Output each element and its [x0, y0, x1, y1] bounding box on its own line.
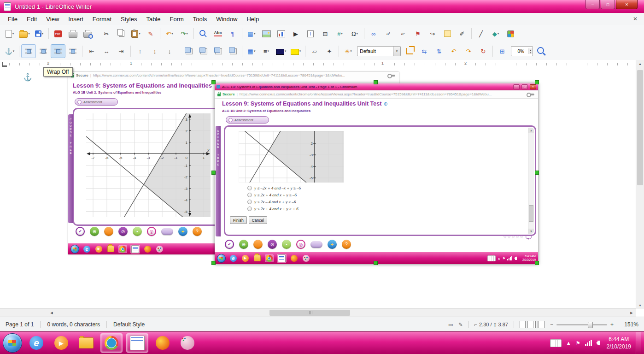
- position-size-button[interactable]: ⊞: [495, 44, 509, 58]
- page-count[interactable]: Page 1 of 1: [6, 321, 34, 328]
- taskbar-media-player[interactable]: ▶: [51, 334, 72, 352]
- new-document-button[interactable]: ▾: [2, 27, 17, 41]
- export-pdf-button[interactable]: PDF: [51, 27, 65, 41]
- align-left-button[interactable]: ⇤: [84, 44, 99, 58]
- zoom-percent[interactable]: 151%: [619, 321, 638, 328]
- taskbar-media-player[interactable]: ▶: [241, 254, 250, 262]
- no-access-icon[interactable]: ⊘: [268, 240, 277, 249]
- selection-handle-top-middle[interactable]: [374, 80, 378, 84]
- course-tree-sidebar[interactable]: COURSE TREE: [68, 114, 73, 223]
- taskbar-firefox[interactable]: [152, 334, 173, 352]
- horizontal-ruler[interactable]: 2 1 1 2: [0, 60, 636, 69]
- star-icon[interactable]: ☆: [507, 235, 511, 239]
- anchor-button[interactable]: ⚓▾: [2, 44, 17, 58]
- special-character-button[interactable]: Ω▾: [347, 27, 362, 41]
- crop-button[interactable]: [402, 44, 417, 58]
- tray-up-icon[interactable]: ▲: [566, 341, 571, 346]
- wrap-on-button[interactable]: [36, 44, 51, 58]
- mini-clock[interactable]: 6:43 AM 2/10/2019: [522, 254, 536, 262]
- highlight-color-button[interactable]: ▾: [288, 44, 303, 58]
- transparency-input[interactable]: [511, 49, 525, 54]
- menu-edit[interactable]: Edit: [23, 14, 41, 24]
- open-button[interactable]: ▾: [17, 27, 32, 41]
- taskbar-paint[interactable]: [302, 254, 310, 262]
- speaker-icon[interactable]: [515, 257, 517, 260]
- scroll-down-icon[interactable]: ▼: [636, 301, 644, 309]
- basic-shapes-button[interactable]: ◆▾: [488, 27, 503, 41]
- minimize-button[interactable]: –: [585, 0, 600, 9]
- insert-footnote-button[interactable]: a¹: [381, 27, 396, 41]
- scroll-left-icon[interactable]: ◀: [48, 309, 55, 317]
- draw-functions-button[interactable]: [503, 27, 518, 41]
- ebook-icon[interactable]: ⊕: [239, 240, 248, 249]
- save-button[interactable]: ▾: [32, 27, 47, 41]
- scroll-up-icon[interactable]: ▲: [528, 128, 534, 133]
- border-color-button[interactable]: ▾: [274, 44, 288, 58]
- align-top-button[interactable]: ↑: [133, 44, 147, 58]
- transparency-spinner[interactable]: ▴▾: [511, 46, 533, 56]
- menu-window[interactable]: Window: [212, 14, 241, 24]
- free-rotate-button[interactable]: ↻: [476, 44, 491, 58]
- answer-option[interactable]: y ≤ 2x – 4 and x + y ≥ –6: [247, 200, 301, 204]
- show-desktop-button[interactable]: [636, 332, 641, 354]
- object-position-size[interactable]: ⌐ 2.30 / ▯ 3.87: [474, 322, 508, 328]
- help-icon[interactable]: ?: [342, 240, 351, 249]
- tab-stop-selector[interactable]: [2, 62, 7, 67]
- timer-icon[interactable]: •: [282, 240, 291, 249]
- feedback-bubble-icon[interactable]: [526, 235, 532, 239]
- selection-handle-top-right[interactable]: [535, 80, 539, 84]
- menu-tools[interactable]: Tools: [189, 14, 211, 24]
- menu-insert[interactable]: Insert: [64, 14, 88, 24]
- document-canvas[interactable]: ⚓ Secure | https://www.connexus.com/cont…: [0, 68, 636, 309]
- paste-button[interactable]: ▾: [129, 27, 143, 41]
- answer-option[interactable]: y ≤ –2x + 4 and –x + y ≥ –6: [247, 186, 301, 190]
- flag-icon[interactable]: ⚑: [576, 341, 580, 346]
- keyboard-icon[interactable]: [487, 255, 496, 261]
- selection-handle-bottom-middle[interactable]: [374, 261, 378, 265]
- taskbar-paint[interactable]: [177, 334, 198, 352]
- taskbar-writer[interactable]: [277, 254, 287, 263]
- cut-button[interactable]: ✂: [99, 27, 114, 41]
- spin-down-icon[interactable]: ▾: [528, 51, 533, 54]
- star-icon[interactable]: ☆: [520, 235, 523, 239]
- taskbar-explorer[interactable]: [76, 334, 97, 352]
- insert-line-button[interactable]: ╱: [474, 27, 488, 41]
- bring-to-front-button[interactable]: [181, 44, 196, 58]
- taskbar-clock[interactable]: 6:44 AM 2/10/2019: [607, 336, 631, 350]
- taskbar-chromium[interactable]: [118, 245, 127, 253]
- radio-icon[interactable]: [247, 193, 252, 197]
- scroll-right-icon[interactable]: ▶: [628, 309, 635, 317]
- cancel-button[interactable]: Cancel: [249, 216, 267, 224]
- spelling-button[interactable]: Abc: [211, 27, 225, 41]
- insert-media-button[interactable]: ▶: [288, 27, 303, 41]
- close-button[interactable]: ✕: [616, 0, 638, 9]
- book-view-button[interactable]: [538, 321, 544, 328]
- insert-field-button[interactable]: #▾: [333, 27, 347, 41]
- title-bar[interactable]: Untitled 1 - LibreOffice Writer – □ ✕: [0, 0, 644, 13]
- web-icon[interactable]: ✦: [328, 240, 337, 249]
- target-icon[interactable]: ◎: [147, 227, 156, 236]
- flag-icon[interactable]: ⚑: [503, 257, 505, 260]
- selection-mode-icon[interactable]: ▭: [448, 322, 453, 328]
- insert-comment-button[interactable]: [440, 27, 455, 41]
- insert-chart-button[interactable]: [274, 27, 288, 41]
- check-circle-icon[interactable]: ✔: [225, 240, 234, 249]
- sphere-icon[interactable]: [253, 240, 263, 249]
- taskbar-chromium[interactable]: [265, 254, 274, 262]
- selection-handle-middle-right[interactable]: [535, 171, 539, 175]
- scrollbar-thumb[interactable]: [529, 205, 533, 222]
- taskbar-ie[interactable]: e: [26, 334, 47, 352]
- track-changes-button[interactable]: ✐: [455, 27, 469, 41]
- insert-table-button[interactable]: ▦▾: [244, 27, 259, 41]
- taskbar-explorer[interactable]: [106, 245, 115, 253]
- wrap-through-button[interactable]: [65, 44, 80, 58]
- wrap-ideal-button[interactable]: [51, 44, 65, 58]
- star-icon[interactable]: ☆: [515, 235, 519, 239]
- shadow-button[interactable]: ▱: [307, 44, 322, 58]
- taskbar-ie[interactable]: e: [82, 245, 91, 253]
- star-icon[interactable]: ☆: [511, 235, 515, 239]
- highlighter-icon[interactable]: [310, 241, 322, 248]
- no-access-icon[interactable]: ⊘: [118, 227, 128, 236]
- menu-format[interactable]: Format: [88, 14, 116, 24]
- assessment-tab[interactable]: Assessment: [75, 98, 118, 106]
